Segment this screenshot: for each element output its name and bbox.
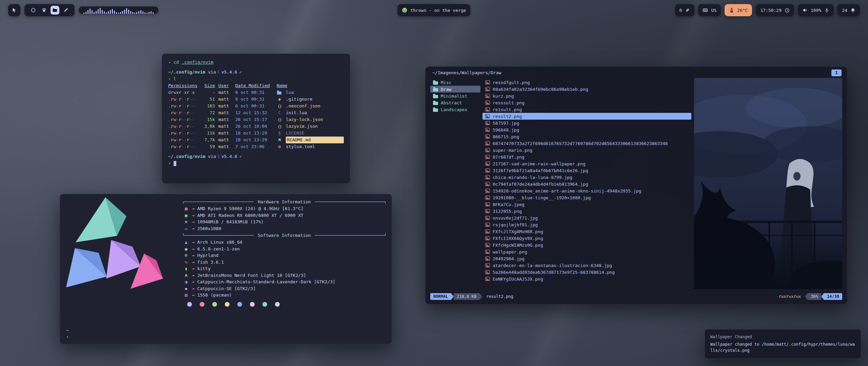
file-type-icon <box>277 144 282 150</box>
file-name: rsjqojlmjhf91.jpg <box>493 222 538 227</box>
file-list-item[interactable]: 3126f7e9bbf21a8a4af0b67b041c6e26.jpg <box>482 167 691 174</box>
sidebar-dir-item[interactable]: Draw <box>430 86 480 93</box>
file-list-item[interactable]: FXfcJlTXgAMvH6R.png <box>482 228 691 235</box>
arrow-icon: → <box>192 240 195 245</box>
temperature-indicator[interactable]: 26°C <box>725 4 752 16</box>
file-permissions: .rw-r--r-- <box>168 103 199 109</box>
info-icon <box>183 286 189 291</box>
fetch-info-line: → Catppuccin-Macchiato-Standard-Lavender… <box>183 279 386 285</box>
col-name: Name <box>277 82 344 89</box>
file-list-item[interactable]: rsjqojlmjhf91.jpg <box>482 221 691 228</box>
file-name: 596848.jpg <box>493 127 519 133</box>
info-icon <box>183 279 189 284</box>
info-value: Catppuccin-Macchiato-Standard-Lavender-D… <box>197 279 335 284</box>
volume-indicator[interactable]: 100% <box>798 4 834 16</box>
file-list-item[interactable]: 3122955.png <box>482 208 691 215</box>
text-cursor <box>174 161 176 166</box>
visualizer-bar <box>102 10 103 14</box>
powerline-separator <box>821 293 824 300</box>
file-list-item[interactable]: 19201080-__blue-tinge__-1920×1080.jpg <box>482 194 691 201</box>
file-list-item[interactable]: 587597.jpg <box>482 120 691 126</box>
file-owner: matt <box>218 109 232 116</box>
visualizer-bar <box>106 12 107 14</box>
file-list-item[interactable]: ressdfgult.png <box>482 79 691 86</box>
visualizer-bar <box>138 11 139 14</box>
file-list-item[interactable]: 08a634fa02a32364f69ebc86a98eb1eb.png <box>482 86 691 93</box>
file-list-item[interactable]: super-mario.png <box>482 147 691 154</box>
file-manager-window[interactable]: ~/Imagenes/Wallpapers/Draw 1 Misc Draw M… <box>425 66 847 304</box>
info-icon <box>183 273 189 278</box>
input-line[interactable]: › <box>168 160 344 167</box>
fetch-info-line: → 6.5.8-zen1-1-zen <box>183 246 386 252</box>
file-owner: matt <box>218 96 232 103</box>
image-icon <box>485 121 490 125</box>
file-list-item[interactable]: chica-mirando-la-luna-8799.jpg <box>482 174 691 181</box>
fetch-window[interactable]: Hardware Information → AMD Ryzen 9 5900X… <box>60 194 392 344</box>
sidebar-dir-item[interactable]: Landscapes <box>430 106 480 113</box>
notification-popup[interactable]: Wallpaper Changed Wallpaper changed to /… <box>705 329 861 359</box>
file-name: 5a266e448add93deab367d87173e9f25-6837886… <box>493 270 615 275</box>
folder-icon <box>433 101 438 105</box>
prompt-context-line: ~/.config/nvim via☾v5.4.6✓ <box>168 69 344 76</box>
file-list-item[interactable]: FXfcHgcWIAMzs0G.png <box>482 242 691 248</box>
notifications-indicator[interactable]: 24 <box>837 4 860 16</box>
sidebar-dir-item[interactable]: Misc <box>430 79 480 86</box>
file-list-item[interactable]: 5a266e448add93deab367d87173e9f25-6837886… <box>482 269 691 276</box>
file-name: result2.png <box>493 114 522 119</box>
notification-body: Wallpaper changed to /home/matt/.config/… <box>710 341 855 353</box>
file-list-item[interactable]: EeNKYgIUcAAJ5JX.png <box>482 276 691 282</box>
file-list-item[interactable]: resssult.png <box>482 99 691 106</box>
fetch-info-line: → 10948MiB / 64183MiB (17%) <box>183 219 386 225</box>
image-icon <box>485 101 490 105</box>
launcher-button[interactable] <box>8 4 20 16</box>
fetch-info-line: → Hyprland <box>183 252 386 259</box>
file-list-item[interactable]: 866715.png <box>482 133 691 140</box>
file-list-item[interactable]: kurz.png <box>482 93 691 99</box>
visualizer-bar <box>126 8 127 14</box>
file-list-item[interactable]: re1sult.png <box>482 106 691 113</box>
folder-icon <box>433 80 438 85</box>
workspace-button-misc[interactable] <box>40 6 48 15</box>
file-list-item[interactable]: result2.png <box>482 113 691 120</box>
file-list-item[interactable]: atardecer-en-la-montanas-ilustracion-634… <box>482 262 691 269</box>
music-status[interactable]: thrown - on the verge <box>397 4 470 16</box>
file-date: 6 oct 00:31 <box>235 89 273 96</box>
file-permissions: .rw-r--r-- <box>168 123 199 130</box>
file-name: stylua.toml <box>286 143 344 150</box>
sidebar-dir-item[interactable]: Abstract <box>430 99 480 106</box>
file-name: kurz.png <box>493 94 514 99</box>
tab-badge[interactable]: 1 <box>831 69 842 76</box>
preview-image <box>694 78 842 289</box>
file-list-item[interactable]: 8FKa7Cu.jpeg <box>482 201 691 208</box>
image-icon <box>485 182 490 186</box>
file-list-item[interactable]: 87r687df.png <box>482 154 691 160</box>
file-name: lazyvim.json <box>286 123 344 130</box>
updates-indicator[interactable]: 0 <box>675 4 695 16</box>
visualizer-bar <box>92 10 93 14</box>
lua-icon: ☾ <box>217 153 220 160</box>
file-list-item[interactable]: 0c794faf07de24a4db4d4fb1eb813964.jpg <box>482 181 691 187</box>
file-list-item[interactable]: 20492984.jpg <box>482 255 691 262</box>
fetch-info-line: → Catppuccin-SE [GTK2/3] <box>183 285 386 292</box>
visualizer-bar <box>120 12 121 14</box>
image-icon <box>485 216 490 220</box>
folder-icon <box>433 87 438 92</box>
breadcrumb: ~/Imagenes/Wallpapers/Draw <box>432 70 501 75</box>
file-list-item[interactable]: nnvuv0xj2df71.jpg <box>482 215 691 221</box>
sidebar-dir-item[interactable]: Minimalist <box>430 93 480 99</box>
file-list-item[interactable]: wallpaper.png <box>482 248 691 255</box>
workspace-button-files[interactable] <box>51 6 59 15</box>
terminal-window[interactable]: › cd .config/nvim ~/.config/nvim via☾v5.… <box>162 54 350 184</box>
info-icon <box>183 266 189 271</box>
clock-indicator[interactable]: 17:50:29 <box>756 4 794 16</box>
file-list-item[interactable]: 217167-sad-anime-rain-wallpaper.png <box>482 160 691 167</box>
file-list-item[interactable]: 68747470733a2f2f696d616765732d7769786d70… <box>482 140 691 147</box>
file-list-item[interactable]: 596848.jpg <box>482 126 691 133</box>
file-list-item[interactable]: FXfcII0X0AQyn9X.png <box>482 235 691 242</box>
file-name: super-mario.png <box>493 148 532 153</box>
workspace-button-browser[interactable] <box>29 6 38 15</box>
listing-row: .rw-r--r-- 15k matt 26 oct 15:17 lazy-lo… <box>168 116 344 123</box>
file-list-item[interactable]: 154928-odinokoe_anime-art-anime-okno-sin… <box>482 187 691 194</box>
keyboard-layout[interactable]: US <box>698 4 721 16</box>
workspace-button-draw[interactable] <box>61 6 70 15</box>
